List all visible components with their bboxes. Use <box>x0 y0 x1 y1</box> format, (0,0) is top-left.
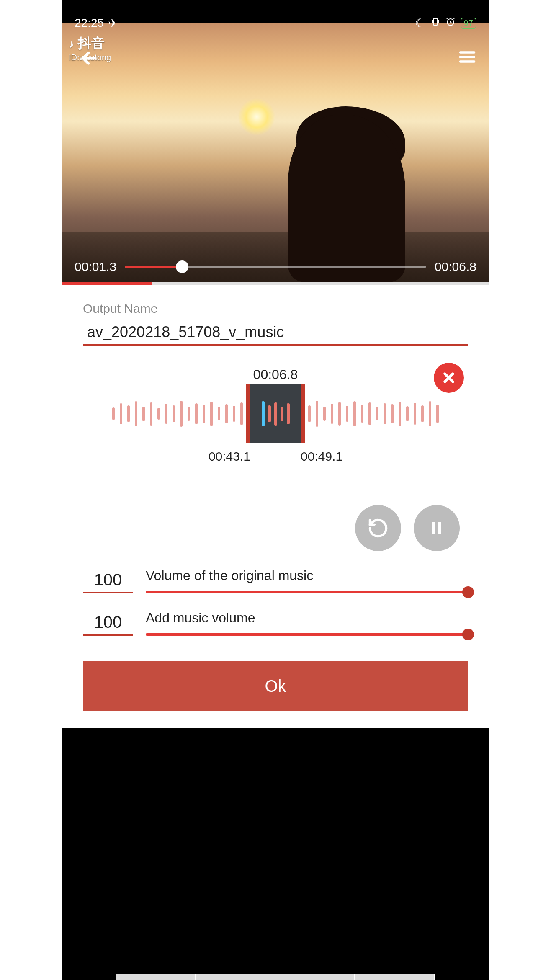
wave-bar <box>368 402 371 425</box>
wave-bar-selected <box>274 402 277 426</box>
playback-controls <box>83 505 468 551</box>
video-controls: 00:01.3 00:06.8 <box>62 260 489 274</box>
video-seek-track[interactable] <box>125 266 426 268</box>
wave-bar <box>135 401 137 426</box>
wave-bar-selected <box>287 403 290 424</box>
original-volume-thumb[interactable] <box>462 586 474 598</box>
original-volume-label: Volume of the original music <box>146 568 468 583</box>
output-name-input[interactable] <box>83 320 468 346</box>
menu-button[interactable] <box>458 48 476 68</box>
wave-bar <box>112 407 115 420</box>
bottom-nav-placeholder <box>116 974 435 980</box>
status-time: 22:25 <box>75 16 104 30</box>
wave-bar <box>384 403 386 424</box>
wave-bar <box>308 405 311 422</box>
moon-icon: ☾ <box>415 16 425 30</box>
wave-bar <box>203 405 205 423</box>
wave-bar <box>195 403 198 424</box>
ok-button[interactable]: Ok <box>83 661 468 711</box>
battery-indicator: 97 <box>461 18 476 29</box>
vibrate-icon <box>430 16 440 30</box>
device-frame: 22:25 ✈ ☾ 97 ♪ 抖音 ID:wuutong <box>62 0 489 980</box>
audio-start-time: 00:43.1 <box>209 449 250 464</box>
added-volume-label: Add music volume <box>146 610 468 626</box>
wave-bar <box>323 407 326 421</box>
reset-button[interactable] <box>355 505 401 551</box>
audio-end-time: 00:49.1 <box>301 449 342 464</box>
clip-duration: 00:06.8 <box>83 367 468 382</box>
wave-bar <box>173 405 175 422</box>
video-seek-thumb[interactable] <box>176 260 188 273</box>
wave-bar <box>353 401 356 426</box>
output-name-label: Output Name <box>83 302 468 316</box>
video-seek-fill <box>125 266 182 268</box>
wave-bar <box>218 407 220 420</box>
wave-bar <box>391 404 394 423</box>
wave-bar <box>376 407 378 420</box>
wave-bar-selected <box>268 405 271 422</box>
video-total-time: 00:06.8 <box>435 260 476 274</box>
wave-bar <box>316 401 318 427</box>
wave-bar <box>188 407 190 421</box>
wave-bar <box>399 402 401 426</box>
added-volume-thumb[interactable] <box>462 629 474 640</box>
remove-audio-button[interactable] <box>434 363 464 393</box>
wave-bar <box>127 405 130 422</box>
wave-bar <box>180 401 183 427</box>
wave-bar <box>233 406 235 422</box>
wave-bar <box>150 402 152 426</box>
wave-bar <box>240 402 243 425</box>
wave-bar <box>142 407 145 421</box>
back-button[interactable] <box>79 48 100 70</box>
wave-bar <box>436 405 439 423</box>
sun-graphic <box>238 98 276 136</box>
wave-bar <box>429 401 431 426</box>
wave-bar-selected <box>262 401 265 426</box>
status-bar: 22:25 ✈ ☾ 97 <box>62 13 489 34</box>
audio-time-markers: 00:43.1 00:49.1 <box>83 449 468 464</box>
wave-bar <box>225 404 228 423</box>
video-preview[interactable]: ♪ 抖音 ID:wuutong 00:01.3 00:06.8 <box>62 23 489 282</box>
audio-selection-window[interactable] <box>246 384 305 443</box>
wave-bar <box>165 404 167 424</box>
added-volume-slider[interactable] <box>146 633 468 636</box>
wave-bar <box>157 408 160 420</box>
video-current-time: 00:01.3 <box>75 260 116 274</box>
original-volume-input[interactable] <box>83 568 133 593</box>
audio-trim-section: 00:06.8 <box>83 367 468 493</box>
alarm-icon <box>445 16 456 30</box>
svg-rect-2 <box>432 522 435 534</box>
added-volume-input[interactable] <box>83 610 133 636</box>
wave-bar <box>414 403 416 425</box>
wave-bar-selected <box>281 407 283 421</box>
person-silhouette <box>288 115 405 282</box>
editor-content: Output Name 00:06.8 <box>62 285 489 728</box>
added-volume-row: Add music volume <box>83 610 468 636</box>
wave-bar <box>338 402 341 426</box>
pause-button[interactable] <box>414 505 460 551</box>
original-volume-slider[interactable] <box>146 591 468 593</box>
wave-bar <box>331 404 333 424</box>
wave-bar <box>346 406 348 422</box>
svg-rect-0 <box>433 18 438 25</box>
rocks-graphic <box>62 232 489 282</box>
audio-waveform[interactable] <box>100 391 451 437</box>
airplane-icon: ✈ <box>108 16 118 30</box>
wave-bar <box>406 406 409 421</box>
wave-bar <box>361 405 363 423</box>
wave-bar <box>120 403 122 424</box>
wave-bar <box>421 405 424 422</box>
wave-bar <box>210 402 213 426</box>
svg-rect-3 <box>438 522 441 534</box>
original-volume-row: Volume of the original music <box>83 568 468 593</box>
